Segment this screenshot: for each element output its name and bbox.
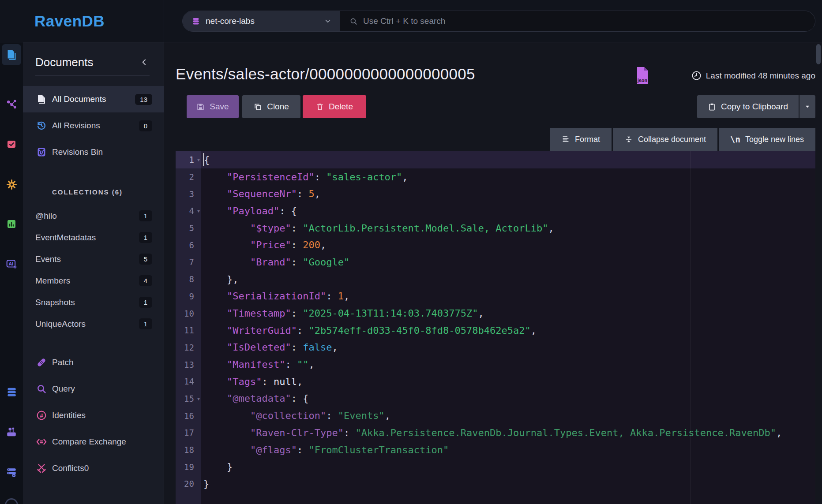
code-content: "@flags": "FromClusterTransaction" [201, 441, 815, 459]
line-number: 7 [176, 254, 201, 271]
item-label: @hilo [35, 211, 57, 221]
conflicts-icon [36, 463, 47, 474]
topbar-logo-section: RavenDB [0, 0, 164, 42]
item-label: Identities [52, 411, 86, 420]
rail-item-server-settings[interactable] [0, 462, 23, 483]
collection-uniqueactors[interactable]: UniqueActors1 [23, 313, 164, 335]
line-number: 13 [176, 356, 201, 373]
rail-bottom-icon[interactable] [5, 498, 18, 504]
sidebar-item-all-revisions[interactable]: All Revisions0 [23, 112, 164, 139]
search-input[interactable] [363, 16, 628, 26]
rail-item-tasks[interactable] [0, 134, 23, 155]
svg-text:#: # [40, 412, 43, 419]
code-line: 8 }, [176, 271, 815, 288]
line-number: 19 [176, 458, 201, 475]
sidebar-item-revisions-bin[interactable]: Revisions Bin [23, 139, 164, 165]
icon-rail: AI [0, 42, 23, 504]
clone-button[interactable]: Clone [242, 95, 300, 118]
settings-icon [6, 179, 17, 190]
item-label: Members [35, 276, 70, 286]
count-badge: 1 [139, 210, 152, 221]
collection-events[interactable]: Events5 [23, 248, 164, 270]
line-number: 3 [176, 185, 201, 202]
count-badge: 1 [139, 318, 152, 329]
line-number: 1▼ [176, 151, 201, 168]
code-content: { [201, 151, 815, 168]
ravendb-logo[interactable]: RavenDB [34, 12, 105, 30]
server-settings-icon [6, 467, 17, 478]
query-icon [36, 384, 47, 394]
sidebar-item-identities[interactable]: #Identities [23, 402, 164, 429]
save-button[interactable]: Save [187, 95, 239, 118]
document-editor[interactable]: 1▼{2 "PersistenceId": "sales-actor",3 "S… [176, 151, 815, 504]
rail-item-ai[interactable]: AI [0, 254, 23, 275]
line-number: 12 [176, 339, 201, 356]
indexes-icon [6, 99, 17, 110]
format-button[interactable]: Format [550, 128, 612, 151]
code-line: 1▼{ [176, 151, 815, 168]
topbar: RavenDB net-core-labs [0, 0, 822, 42]
sidebar-item-compare-exchange[interactable]: Compare Exchange [23, 429, 164, 455]
sidebar-item-query[interactable]: Query [23, 376, 164, 402]
collection-members[interactable]: Members4 [23, 270, 164, 291]
copy-split-button: Copy to Clipboard [697, 95, 815, 118]
code-line: 6 "Price": 200, [176, 236, 815, 254]
sidebar-item-all-documents[interactable]: All Documents13 [23, 86, 164, 112]
code-content: "Raven-Clr-Type": "Akka.Persistence.Rave… [201, 424, 815, 441]
code-line: 9 "SerializationId": 1, [176, 288, 815, 305]
global-search [340, 11, 815, 31]
sidebar-item-patch[interactable]: Patch [23, 349, 164, 376]
rail-item-documents[interactable] [2, 44, 21, 65]
item-label: EventMetadatas [35, 233, 96, 243]
code-content: "SerializationId": 1, [201, 288, 815, 305]
editor-toolbar: Format Collapse document \n Toggle new l… [550, 128, 815, 151]
rail-item-storage[interactable] [0, 381, 23, 403]
database-selector[interactable]: net-core-labs [183, 11, 340, 31]
count-badge: 1 [139, 232, 152, 243]
code-line: 19 } [176, 458, 815, 475]
code-content: "@metadata": { [201, 390, 815, 407]
code-line: 12 "IsDeleted": false, [176, 339, 815, 356]
code-line: 4▼ "Payload": { [176, 202, 815, 220]
rail-item-settings[interactable] [0, 174, 23, 195]
collection-snapshots[interactable]: Snapshots1 [23, 291, 164, 313]
code-line: 2 "PersistenceId": "sales-actor", [176, 168, 815, 186]
collection--hilo[interactable]: @hilo1 [23, 205, 164, 227]
collapse-document-button[interactable]: Collapse document [613, 128, 717, 151]
copy-options-caret[interactable] [799, 95, 815, 118]
rail-item-stats[interactable] [0, 213, 23, 235]
chevron-down-icon [324, 17, 332, 25]
delete-button[interactable]: Delete [303, 95, 366, 118]
divider [23, 173, 164, 173]
line-number: 11 [176, 322, 201, 339]
copy-to-clipboard-button[interactable]: Copy to Clipboard [697, 95, 799, 118]
fold-toggle-icon[interactable]: ▼ [197, 396, 200, 401]
sidebar-item-conflicts[interactable]: Conflicts0 [23, 455, 164, 482]
code-content: "@collection": "Events", [201, 407, 815, 424]
toggle-new-lines-button[interactable]: \n Toggle new lines [719, 128, 815, 151]
clock-icon [691, 71, 702, 81]
fold-toggle-icon[interactable]: ▼ [197, 157, 200, 162]
code-content: "Tags": null, [201, 373, 815, 390]
page-scrollbar[interactable] [816, 44, 821, 64]
code-line: 3 "SequenceNr": 5, [176, 185, 815, 202]
line-number: 20 [176, 475, 201, 493]
rail-item-indexes[interactable] [0, 93, 23, 115]
sidebar: Documents All Documents13All Revisions0R… [23, 42, 164, 504]
code-line: 14 "Tags": null, [176, 373, 815, 390]
code-line: 7 "Brand": "Google" [176, 254, 815, 271]
fold-toggle-icon[interactable]: ▼ [197, 209, 200, 213]
code-line: 17 "Raven-Clr-Type": "Akka.Persistence.R… [176, 424, 815, 441]
documents-icon [6, 49, 18, 61]
collapse-sidebar-icon[interactable] [140, 58, 149, 67]
collection-eventmetadatas[interactable]: EventMetadatas1 [23, 227, 164, 248]
newline-icon: \n [730, 134, 740, 144]
line-number: 5 [176, 220, 201, 237]
last-modified-text: Last modified 48 minutes ago [706, 71, 815, 81]
identities-icon: # [36, 410, 47, 421]
rail-item-server[interactable] [0, 422, 23, 443]
json-file-icon: json [637, 67, 648, 85]
svg-text:AI: AI [8, 261, 13, 266]
item-label: Compare Exchange [52, 437, 126, 447]
code-content: "Timestamp": "2025-04-13T11:14:03.740377… [201, 305, 815, 322]
